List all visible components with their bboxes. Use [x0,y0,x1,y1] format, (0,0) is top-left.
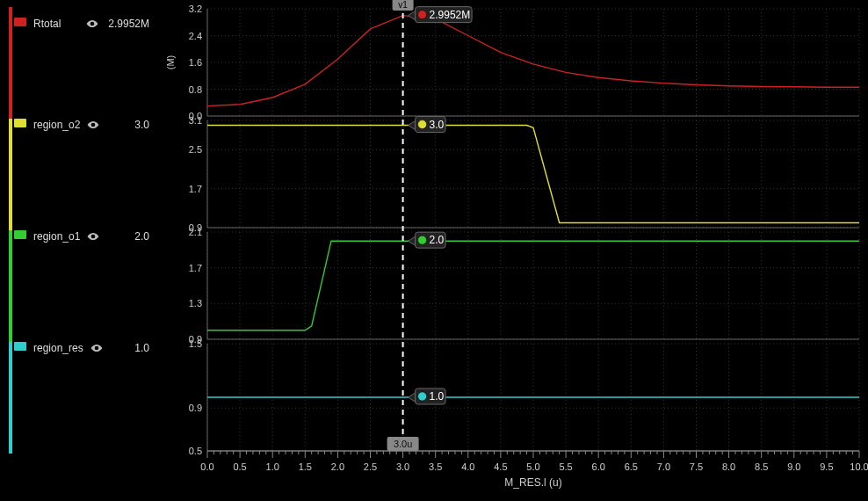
legend-sidebar: Rtotal 2.9952M region_o2 3.0 region_o1 2… [0,0,158,501]
svg-text:1.7: 1.7 [189,263,202,273]
legend-name: region_o2 [33,119,80,131]
legend-value: 3.0 [106,119,149,131]
svg-point-0 [91,23,93,25]
svg-text:2.0: 2.0 [430,234,445,246]
legend-swatch [14,119,26,127]
legend-value: 2.0 [106,230,149,243]
svg-text:0.0: 0.0 [200,461,213,472]
svg-text:3.1: 3.1 [189,115,202,126]
legend-swatch [14,342,26,351]
svg-text:2.5: 2.5 [364,461,377,472]
svg-text:2.1: 2.1 [189,227,202,237]
svg-text:1.0: 1.0 [266,461,279,472]
svg-text:3.0u: 3.0u [394,439,412,449]
svg-text:1.7: 1.7 [189,184,202,194]
visibility-icon[interactable] [87,119,99,131]
svg-point-259 [418,392,427,401]
svg-text:4.0: 4.0 [461,461,474,472]
svg-text:8.0: 8.0 [722,461,735,472]
legend-value: 2.9952M [105,18,149,30]
svg-text:0.5: 0.5 [189,446,202,456]
legend-name: Rtotal [33,18,79,30]
svg-text:3.0: 3.0 [430,119,445,131]
svg-text:M_RES.l (u): M_RES.l (u) [504,476,561,489]
legend-edge [9,342,12,454]
svg-point-3 [96,347,98,349]
svg-text:0.5: 0.5 [233,461,246,472]
svg-text:1.6: 1.6 [189,57,202,68]
svg-text:1.3: 1.3 [189,298,202,309]
plot-svg: 0.00.81.62.43.2(M)0.91.72.53.10.91.31.72… [158,0,868,501]
svg-point-1 [92,124,94,126]
plot-area[interactable]: 0.00.81.62.43.2(M)0.91.72.53.10.91.31.72… [158,0,868,501]
visibility-icon[interactable] [87,230,99,243]
svg-text:2.9952M: 2.9952M [430,9,471,21]
svg-text:0.9: 0.9 [189,403,202,413]
legend-value: 1.0 [110,342,149,354]
svg-text:10.0: 10.0 [850,461,868,472]
svg-text:2.0: 2.0 [331,461,344,472]
legend-swatch [14,18,26,26]
visibility-icon[interactable] [86,18,98,30]
legend-edge [9,119,12,230]
svg-text:5.5: 5.5 [559,461,572,472]
svg-point-253 [418,120,427,129]
svg-point-2 [92,236,94,237]
svg-text:1.5: 1.5 [299,461,312,472]
legend-edge [9,7,12,119]
svg-text:9.5: 9.5 [820,461,833,472]
svg-text:3.0: 3.0 [396,461,409,472]
visibility-icon[interactable] [90,342,103,354]
svg-point-256 [418,236,427,244]
svg-text:1.0: 1.0 [430,390,445,403]
svg-text:6.0: 6.0 [592,461,605,472]
legend-edge [9,230,12,342]
svg-text:0.8: 0.8 [189,84,202,95]
svg-text:5.0: 5.0 [526,461,539,472]
svg-text:9.0: 9.0 [787,461,800,472]
legend-swatch [14,230,26,239]
legend-row-o2[interactable]: region_o2 3.0 [9,119,149,230]
svg-text:7.5: 7.5 [690,461,703,472]
svg-text:4.5: 4.5 [494,461,507,472]
svg-text:3.2: 3.2 [189,4,202,14]
data-marker[interactable]: 3.0 [409,117,446,133]
legend-row-res[interactable]: region_res 1.0 [9,342,149,454]
data-marker[interactable]: 2.0 [409,232,446,248]
svg-text:3.5: 3.5 [429,461,442,472]
svg-text:7.0: 7.0 [657,461,670,472]
legend-row-rtotal[interactable]: Rtotal 2.9952M [9,7,149,119]
svg-point-250 [418,11,427,19]
svg-text:2.5: 2.5 [189,144,202,155]
legend-name: region_res [33,342,83,354]
svg-text:6.5: 6.5 [625,461,638,472]
legend-name: region_o1 [33,230,80,243]
svg-text:1.5: 1.5 [189,338,202,349]
data-marker[interactable]: 1.0 [409,388,446,404]
svg-text:v1: v1 [398,0,408,10]
svg-text:(M): (M) [165,55,176,70]
svg-text:8.5: 8.5 [755,461,768,472]
data-marker[interactable]: 2.9952M [409,7,472,23]
legend-row-o1[interactable]: region_o1 2.0 [9,230,149,342]
svg-text:2.4: 2.4 [189,31,202,41]
